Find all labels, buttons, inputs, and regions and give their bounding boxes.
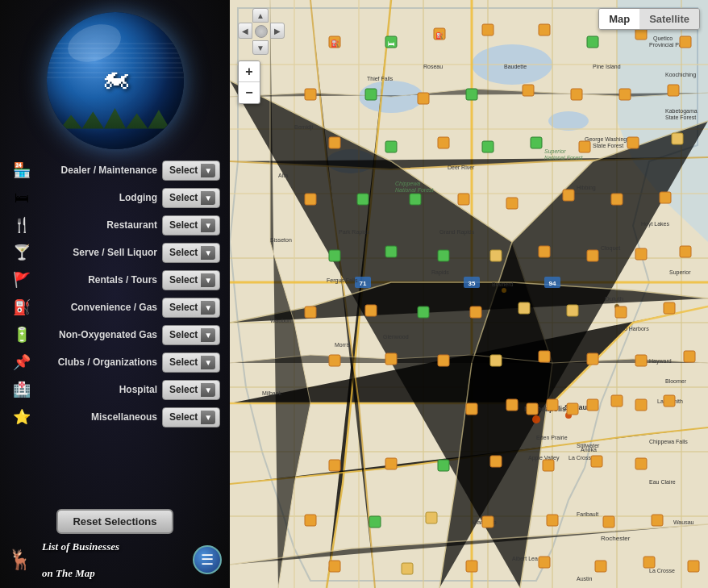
- pan-right-button[interactable]: ▶: [270, 23, 285, 39]
- svg-rect-164: [652, 515, 663, 526]
- svg-text:National Forest: National Forest: [544, 155, 584, 161]
- rentals-select-button[interactable]: Select ▼: [162, 270, 220, 290]
- snowmobile-icon: 🏍: [101, 60, 130, 94]
- svg-text:🛏: 🛏: [388, 40, 395, 48]
- dealer-select-button[interactable]: Select ▼: [162, 161, 220, 181]
- map-toggle-satellite[interactable]: Satellite: [639, 9, 699, 29]
- svg-text:Grand Rapids: Grand Rapids: [439, 229, 475, 236]
- svg-rect-95: [365, 89, 377, 100]
- gas-select-button[interactable]: Select ▼: [162, 298, 220, 318]
- svg-rect-89: [482, 24, 494, 35]
- svg-rect-125: [680, 246, 691, 257]
- svg-rect-131: [567, 305, 578, 316]
- svg-text:Two Harbors: Two Harbors: [617, 326, 649, 332]
- hospital-select-button[interactable]: Select ▼: [162, 380, 220, 400]
- svg-rect-99: [571, 89, 582, 100]
- clubs-select-arrow: ▼: [201, 356, 215, 369]
- svg-rect-153: [438, 460, 449, 471]
- svg-rect-141: [684, 351, 695, 362]
- clubs-select-button[interactable]: Select ▼: [162, 352, 220, 373]
- reset-selections-button[interactable]: Reset Selections: [56, 509, 173, 534]
- svg-text:National Forest: National Forest: [395, 187, 435, 193]
- svg-text:Deer River: Deer River: [448, 165, 475, 170]
- svg-rect-102: [329, 137, 340, 148]
- svg-rect-167: [466, 561, 477, 572]
- svg-rect-166: [402, 563, 413, 574]
- svg-rect-128: [418, 307, 429, 318]
- svg-text:Bloomer: Bloomer: [665, 378, 687, 384]
- svg-rect-155: [543, 460, 554, 471]
- svg-text:Kabetogama: Kabetogama: [665, 108, 698, 115]
- svg-rect-151: [329, 460, 340, 471]
- svg-text:Hoyt Lakes: Hoyt Lakes: [641, 221, 670, 227]
- svg-rect-105: [482, 141, 494, 152]
- misc-select-label: Select: [169, 411, 198, 423]
- category-row-nonoxygas: 🔋 Non-Oxygenated Gas Select ▼: [6, 322, 223, 348]
- svg-text:Pine Island: Pine Island: [593, 64, 621, 69]
- svg-rect-118: [329, 250, 340, 261]
- misc-select-button[interactable]: Select ▼: [162, 407, 220, 427]
- bottom-logo-text-block: List of Businesses on The Map: [42, 540, 119, 580]
- svg-rect-168: [539, 557, 550, 568]
- lodging-select-label: Select: [169, 192, 198, 203]
- map-toggle-map[interactable]: Map: [599, 9, 639, 29]
- svg-rect-107: [579, 141, 590, 152]
- svg-text:Milbank: Milbank: [262, 390, 282, 396]
- svg-text:Quetico: Quetico: [653, 35, 673, 42]
- svg-rect-132: [615, 307, 627, 318]
- pan-center: [255, 25, 268, 38]
- svg-rect-130: [519, 302, 530, 314]
- lodging-label: Lodging: [35, 192, 162, 203]
- category-row-dealer: 🏪 Dealer / Maintenance Select ▼: [6, 157, 223, 183]
- nonoxygas-icon: 🔋: [10, 323, 34, 346]
- svg-rect-169: [595, 561, 606, 572]
- rentals-label: Rentals / Tours: [35, 274, 162, 286]
- svg-text:Austin: Austin: [577, 576, 593, 582]
- map-area[interactable]: Map Satellite ▲ ◀ ▶ ▼ + −: [230, 0, 708, 588]
- svg-rect-106: [531, 137, 542, 148]
- svg-text:Duluth: Duluth: [605, 295, 623, 302]
- svg-rect-161: [482, 516, 494, 528]
- svg-rect-137: [490, 355, 502, 366]
- svg-text:⛽: ⛽: [435, 31, 444, 40]
- pan-left-button[interactable]: ◀: [238, 23, 252, 39]
- svg-rect-142: [506, 399, 518, 411]
- svg-text:Wausau: Wausau: [673, 519, 694, 525]
- svg-rect-165: [329, 561, 340, 572]
- hospital-icon: 🏥: [10, 378, 34, 401]
- svg-rect-163: [603, 516, 614, 528]
- dealer-select-arrow: ▼: [201, 164, 215, 177]
- svg-text:Fergus Falls: Fergus Falls: [327, 277, 358, 284]
- hospital-select-arrow: ▼: [201, 383, 215, 397]
- svg-rect-150: [466, 403, 477, 415]
- svg-rect-92: [635, 28, 647, 40]
- pan-down-button[interactable]: ▼: [252, 40, 269, 55]
- svg-rect-93: [680, 36, 691, 48]
- svg-rect-139: [587, 353, 598, 365]
- restaurant-select-button[interactable]: Select ▼: [162, 215, 220, 236]
- svg-text:71: 71: [360, 280, 367, 287]
- svg-text:La Crosse: La Crosse: [568, 455, 594, 461]
- zoom-in-button[interactable]: +: [239, 61, 260, 82]
- deer-icon: 🦌: [8, 548, 32, 571]
- nonoxygas-select-label: Select: [169, 329, 198, 340]
- svg-text:Hibbing: Hibbing: [577, 185, 596, 191]
- bottom-logo-icon: ☰: [193, 545, 222, 574]
- lodging-select-button[interactable]: Select ▼: [162, 188, 220, 208]
- svg-text:State Forest: State Forest: [665, 115, 696, 120]
- liquor-select-button[interactable]: Select ▼: [162, 243, 220, 263]
- liquor-label: Serve / Sell Liquor: [35, 247, 162, 258]
- svg-rect-119: [385, 246, 397, 257]
- pan-up-button[interactable]: ▲: [252, 8, 269, 23]
- restaurant-select-label: Select: [169, 219, 198, 231]
- svg-text:Sisseton: Sisseton: [270, 237, 292, 243]
- svg-text:Koochiching: Koochiching: [665, 72, 696, 78]
- svg-text:Chippewa Falls: Chippewa Falls: [649, 439, 688, 445]
- zoom-out-button[interactable]: −: [239, 82, 260, 103]
- svg-rect-103: [385, 141, 397, 152]
- svg-rect-138: [539, 351, 550, 362]
- nonoxygas-select-button[interactable]: Select ▼: [162, 325, 220, 345]
- dealer-select-label: Select: [169, 165, 198, 176]
- liquor-icon: 🍸: [10, 241, 34, 264]
- lodging-icon: 🛏: [10, 186, 34, 209]
